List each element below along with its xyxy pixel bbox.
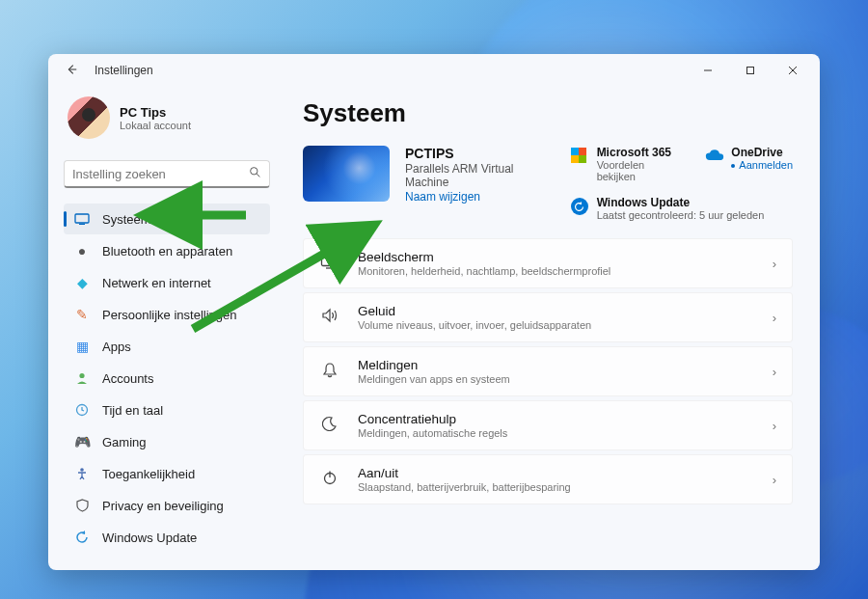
device-name: PCTIPS bbox=[405, 146, 556, 161]
chevron-right-icon: › bbox=[773, 311, 776, 325]
chevron-right-icon: › bbox=[773, 257, 776, 271]
hero-windows-update[interactable]: Windows Update Laatst gecontroleerd: 5 u… bbox=[571, 196, 793, 221]
sidebar: PC Tips Lokaal account Systeem ● Bluetoo… bbox=[48, 87, 280, 570]
sidebar-item-accounts[interactable]: Accounts bbox=[64, 363, 270, 394]
sidebar-item-label: Gaming bbox=[102, 435, 147, 449]
card-title: Beeldscherm bbox=[358, 250, 773, 264]
card-title: Geluid bbox=[358, 304, 773, 318]
power-icon bbox=[319, 470, 340, 489]
card-sound[interactable]: Geluid Volume niveaus, uitvoer, invoer, … bbox=[303, 292, 793, 342]
hero-ms365[interactable]: Microsoft 365 Voordelen bekijken bbox=[571, 146, 679, 182]
minimize-button[interactable] bbox=[687, 56, 729, 85]
bell-icon bbox=[319, 362, 340, 382]
close-button[interactable] bbox=[772, 56, 814, 85]
svg-rect-4 bbox=[75, 214, 89, 223]
card-sub: Meldingen van apps en systeem bbox=[358, 373, 773, 385]
card-title: Meldingen bbox=[358, 358, 773, 372]
hero-item-title: Microsoft 365 bbox=[597, 146, 679, 159]
settings-window: Instellingen PC Tips Lokaal account bbox=[48, 54, 820, 570]
svg-point-6 bbox=[79, 373, 84, 378]
profile-account-type: Lokaal account bbox=[120, 120, 191, 131]
hero-onedrive[interactable]: OneDrive Aanmelden bbox=[705, 146, 793, 182]
sidebar-item-label: Bluetooth en apparaten bbox=[102, 244, 232, 259]
chevron-right-icon: › bbox=[773, 473, 776, 487]
chevron-right-icon: › bbox=[773, 419, 776, 433]
rename-link[interactable]: Naam wijzigen bbox=[405, 190, 556, 204]
avatar bbox=[68, 96, 110, 139]
sidebar-item-bluetooth[interactable]: ● Bluetooth en apparaten bbox=[64, 235, 270, 266]
sidebar-item-update[interactable]: Windows Update bbox=[64, 522, 270, 553]
brush-icon: ✎ bbox=[73, 306, 91, 323]
person-icon bbox=[73, 369, 91, 387]
sidebar-item-label: Netwerk en internet bbox=[102, 276, 211, 290]
clock-icon bbox=[73, 401, 91, 419]
svg-point-2 bbox=[251, 168, 258, 175]
sidebar-item-accessibility[interactable]: Toegankelijkheid bbox=[64, 458, 270, 489]
chevron-right-icon: › bbox=[773, 365, 776, 379]
sidebar-item-label: Persoonlijke instellingen bbox=[102, 308, 236, 322]
card-sub: Slaapstand, batterijverbruik, batterijbe… bbox=[358, 481, 773, 493]
sidebar-item-system[interactable]: Systeem bbox=[64, 204, 270, 234]
arrow-left-icon bbox=[65, 63, 78, 76]
maximize-button[interactable] bbox=[729, 56, 772, 85]
sidebar-item-label: Tijd en taal bbox=[102, 403, 163, 418]
settings-cards: Beeldscherm Monitoren, helderheid, nacht… bbox=[303, 238, 793, 504]
device-model: Parallels ARM Virtual Machine bbox=[405, 162, 556, 189]
profile-name: PC Tips bbox=[120, 105, 191, 120]
apps-icon: ▦ bbox=[73, 338, 91, 355]
system-icon bbox=[73, 210, 91, 228]
profile-block[interactable]: PC Tips Lokaal account bbox=[64, 91, 270, 145]
bluetooth-icon: ● bbox=[73, 242, 91, 259]
device-thumbnail[interactable] bbox=[303, 146, 390, 202]
nav-list: Systeem ● Bluetooth en apparaten ◆ Netwe… bbox=[64, 204, 270, 553]
window-controls bbox=[687, 56, 814, 85]
hero-item-title: OneDrive bbox=[731, 146, 793, 159]
svg-point-8 bbox=[80, 468, 84, 472]
sidebar-item-label: Privacy en beveiliging bbox=[102, 499, 224, 513]
svg-line-3 bbox=[257, 174, 259, 177]
card-title: Aan/uit bbox=[358, 466, 773, 480]
svg-rect-1 bbox=[747, 68, 754, 74]
search-input[interactable] bbox=[72, 167, 249, 181]
sidebar-item-personalize[interactable]: ✎ Persoonlijke instellingen bbox=[64, 299, 270, 330]
hero-item-title: Windows Update bbox=[597, 196, 765, 209]
sidebar-item-label: Windows Update bbox=[102, 531, 197, 545]
search-box[interactable] bbox=[64, 160, 270, 188]
card-sub: Volume niveaus, uitvoer, invoer, geluids… bbox=[358, 319, 773, 331]
hero-row: PCTIPS Parallels ARM Virtual Machine Naa… bbox=[303, 146, 793, 221]
search-icon bbox=[249, 166, 261, 181]
titlebar: Instellingen bbox=[48, 54, 820, 87]
card-notifications[interactable]: Meldingen Meldingen van apps en systeem … bbox=[303, 346, 793, 396]
main-pane: Systeem PCTIPS Parallels ARM Virtual Mac… bbox=[280, 87, 820, 570]
card-title: Concentratiehulp bbox=[358, 412, 773, 426]
card-display[interactable]: Beeldscherm Monitoren, helderheid, nacht… bbox=[303, 238, 793, 288]
card-power[interactable]: Aan/uit Slaapstand, batterijverbruik, ba… bbox=[303, 454, 793, 504]
hero-item-sub: Aanmelden bbox=[731, 159, 793, 171]
sidebar-item-gaming[interactable]: 🎮 Gaming bbox=[64, 426, 270, 457]
card-sub: Monitoren, helderheid, nachtlamp, beelds… bbox=[358, 265, 773, 277]
display-icon bbox=[319, 254, 340, 273]
sidebar-item-network[interactable]: ◆ Netwerk en internet bbox=[64, 267, 270, 298]
page-title: Systeem bbox=[303, 98, 793, 128]
sidebar-item-time[interactable]: Tijd en taal bbox=[64, 395, 270, 425]
sidebar-item-apps[interactable]: ▦ Apps bbox=[64, 331, 270, 362]
gamepad-icon: 🎮 bbox=[73, 433, 91, 450]
sidebar-item-label: Apps bbox=[102, 340, 131, 354]
window-title: Instellingen bbox=[95, 64, 153, 77]
accessibility-icon bbox=[73, 465, 91, 482]
sound-icon bbox=[319, 308, 340, 327]
back-button[interactable] bbox=[62, 63, 81, 79]
sidebar-item-label: Systeem bbox=[102, 212, 151, 227]
card-sub: Meldingen, automatische regels bbox=[358, 427, 773, 439]
wifi-icon: ◆ bbox=[73, 274, 91, 291]
onedrive-icon bbox=[705, 148, 722, 165]
sidebar-item-privacy[interactable]: Privacy en beveiliging bbox=[64, 490, 270, 521]
hero-item-sub: Voordelen bekijken bbox=[597, 159, 679, 182]
card-focus[interactable]: Concentratiehulp Meldingen, automatische… bbox=[303, 400, 793, 450]
shield-icon bbox=[73, 497, 91, 514]
hero-item-sub: Laatst gecontroleerd: 5 uur geleden bbox=[597, 209, 765, 221]
sidebar-item-label: Toegankelijkheid bbox=[102, 467, 195, 481]
microsoft-365-icon bbox=[571, 148, 586, 163]
sidebar-item-label: Accounts bbox=[102, 371, 153, 386]
windows-update-icon bbox=[571, 198, 588, 215]
